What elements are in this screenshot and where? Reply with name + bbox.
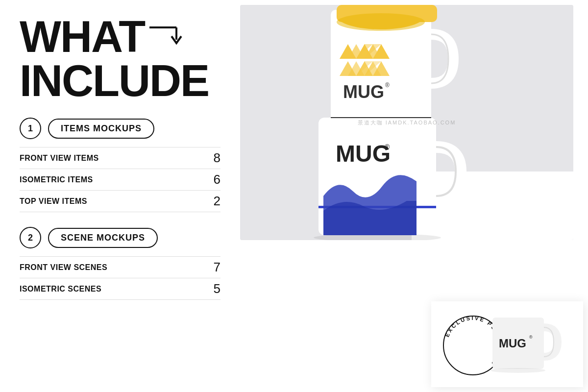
item-name: TOP VIEW ITEMS [20,197,87,206]
watermark: 景道大咖 IAMDK.TAOBAO.COM [358,119,456,126]
svg-point-13 [337,13,425,31]
category1-number: 1 [20,118,41,139]
list-item: ISOMETRIC SCENES 5 [20,278,220,300]
category1-header: 1 ITEMS MOCKUPS [20,118,220,139]
left-panel: WHAT INCLUDE 1 ITEMS MOCKUPS FRONT VIEW … [0,0,240,392]
list-item: TOP VIEW ITEMS 2 [20,190,220,212]
small-mug: MUG ® [485,310,564,379]
list-item: FRONT VIEW SCENES 7 [20,256,220,278]
item-name: ISOMETRIC ITEMS [20,175,93,184]
item-name: FRONT VIEW SCENES [20,263,107,272]
item-count: 8 [214,150,220,166]
item-count: 5 [214,281,220,296]
mug-main-area: 景道大咖 IAMDK.TAOBAO.COM [240,5,573,240]
item-count: 6 [214,172,220,187]
title-line2: INCLUDE [20,59,220,103]
category1-label: ITEMS MOCKUPS [48,119,154,139]
svg-text:®: ® [529,335,533,340]
arrow-icon [149,18,189,53]
category2-block: 2 SCENE MOCKUPS FRONT VIEW SCENES 7 ISOM… [20,227,220,300]
small-mug-card: EXCLUSIVE PSD MOCKU MUG ® [431,301,583,387]
list-item: FRONT VIEW ITEMS 8 [20,147,220,169]
item-count: 7 [214,260,220,275]
category2-number: 2 [20,227,41,248]
item-name: ISOMETRIC SCENES [20,285,101,294]
category1-block: 1 ITEMS MOCKUPS FRONT VIEW ITEMS 8 ISOME… [20,118,220,212]
title-line1: WHAT [20,15,145,59]
item-name: FRONT VIEW ITEMS [20,154,99,163]
item-count: 2 [214,194,220,209]
right-panel: 景道大咖 IAMDK.TAOBAO.COM [240,0,588,392]
svg-text:®: ® [385,82,390,89]
category2-header: 2 SCENE MOCKUPS [20,227,220,248]
svg-text:MUG: MUG [499,337,526,350]
list-item: ISOMETRIC ITEMS 6 [20,169,220,190]
category2-label: SCENE MOCKUPS [48,228,158,248]
main-title-block: WHAT INCLUDE [20,15,220,103]
svg-point-34 [490,368,545,373]
svg-text:®: ® [385,143,390,151]
svg-text:MUG: MUG [336,141,391,167]
svg-text:MUG: MUG [343,82,384,102]
